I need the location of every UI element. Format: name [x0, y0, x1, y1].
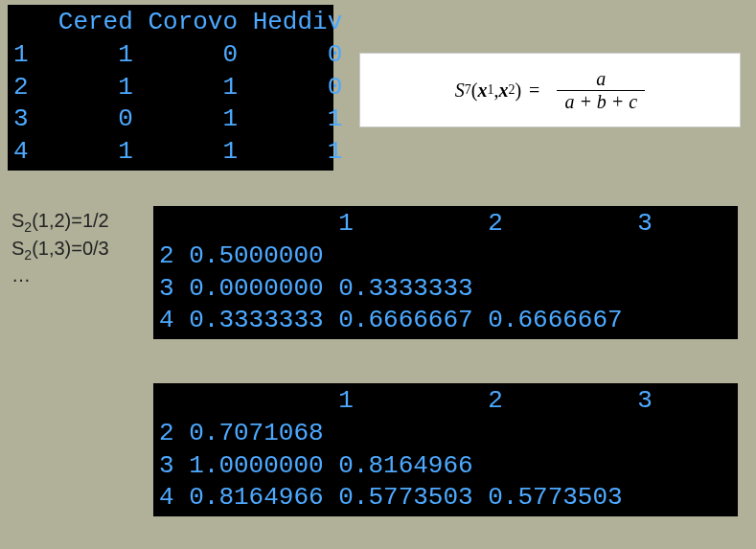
- formula-x2: x: [498, 80, 508, 102]
- formula-lhs: S7 (x1, x2): [455, 80, 521, 102]
- annotation-line: S2(1,2)=1/2: [11, 209, 109, 237]
- matrix-header: 1 2 3: [159, 386, 653, 415]
- table-row: 2 1 1 0: [13, 73, 342, 102]
- formula-x1: x: [477, 80, 487, 102]
- formula-eq: =: [529, 80, 539, 102]
- table-header: Cered Corovo Heddiv: [13, 8, 342, 36]
- annotation-line: …: [11, 263, 109, 287]
- formula-numerator: a: [588, 68, 613, 90]
- formula-sub2: 2: [508, 82, 515, 98]
- ann-sub: 2: [24, 247, 32, 263]
- formula-box: S7 (x1, x2) = a a + b + c: [359, 53, 741, 127]
- formula-close: ): [515, 80, 521, 102]
- matrix-row: 3 1.0000000 0.8164966: [159, 451, 473, 480]
- matrix-row: 2 0.7071068: [159, 419, 324, 447]
- table-row: 3 0 1 1: [13, 104, 342, 133]
- matrix-header: 1 2 3: [159, 209, 653, 238]
- matrix-row: 3 0.0000000 0.3333333: [159, 274, 473, 303]
- ann-s: S: [11, 238, 24, 259]
- formula-sub: 7: [465, 82, 471, 98]
- ann-rest: (1,3)=0/3: [32, 238, 109, 259]
- matrix-row: 2 0.5000000: [159, 241, 324, 270]
- ann-s: S: [11, 210, 24, 231]
- similarity-matrix: 1 2 3 2 0.5000000 3 0.0000000 0.3333333 …: [153, 206, 738, 339]
- distance-matrix: 1 2 3 2 0.7071068 3 1.0000000 0.8164966 …: [153, 383, 738, 516]
- binary-data-table: Cered Corovo Heddiv 1 1 0 0 2 1 1 0 3 0 …: [8, 5, 333, 171]
- ann-sub: 2: [24, 219, 32, 235]
- formula-fraction: a a + b + c: [557, 68, 645, 113]
- formula-sub1: 1: [487, 82, 493, 98]
- annotation-line: S2(1,3)=0/3: [11, 237, 109, 264]
- table-row: 4 1 1 1: [13, 137, 342, 166]
- matrix-row: 4 0.8164966 0.5773503 0.5773503: [159, 483, 623, 512]
- ann-rest: (1,2)=1/2: [32, 210, 109, 231]
- annotations: S2(1,2)=1/2 S2(1,3)=0/3 …: [11, 209, 109, 287]
- formula-denominator: a + b + c: [557, 90, 645, 113]
- table-row: 1 1 0 0: [13, 40, 342, 69]
- matrix-row: 4 0.3333333 0.6666667 0.6666667: [159, 306, 623, 334]
- formula-s: S: [455, 80, 465, 102]
